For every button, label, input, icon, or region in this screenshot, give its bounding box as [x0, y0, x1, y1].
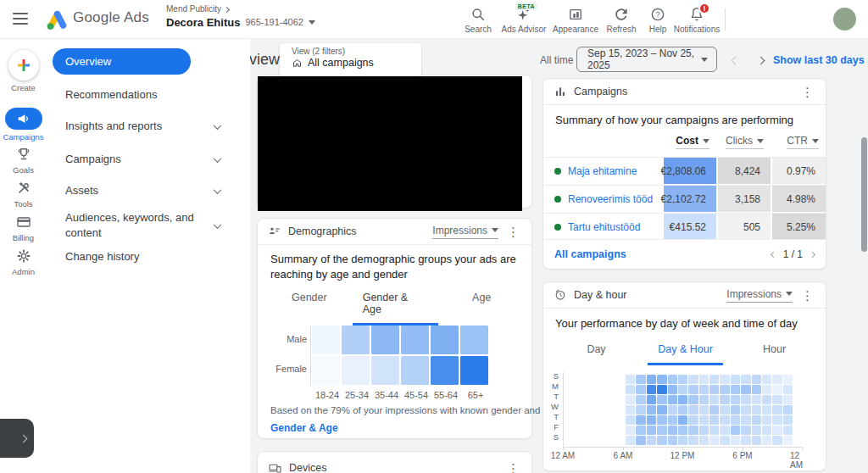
rail-item-tools[interactable]: Tools — [0, 180, 47, 209]
column-header-clicks[interactable]: Clicks — [726, 135, 764, 149]
heatmap-cell — [636, 375, 645, 384]
caret-down-icon — [701, 58, 708, 62]
date-prev-button[interactable] — [726, 51, 744, 70]
campaign-link[interactable]: Maja ehitamine — [568, 165, 637, 177]
ads-advisor-button[interactable]: BETA Ads Advisor — [496, 6, 552, 34]
nav-item-recommendations[interactable]: Recommendations — [53, 86, 232, 103]
tab-day-hour[interactable]: Day & Hour — [641, 338, 730, 365]
heatmap-cell — [752, 385, 761, 394]
rail-item-billing[interactable]: Billing — [0, 214, 47, 242]
card-summary: Your performance by day of week and time… — [555, 316, 816, 331]
nav-item-audiences[interactable]: Audiences, keywords, and content — [53, 210, 232, 241]
heatmap-cell — [668, 415, 677, 425]
heatmap-cell — [668, 395, 677, 404]
column-header-cost[interactable]: Cost — [676, 135, 709, 149]
heatmap-cell — [657, 395, 666, 404]
view-filter-chip[interactable]: View (2 filters) All campaigns — [280, 43, 421, 76]
cost-cell: €2,808.06 — [662, 158, 716, 185]
heatmap-cell — [688, 375, 698, 384]
heatmap-cell — [699, 395, 709, 404]
rail-item-admin[interactable]: Admin — [0, 248, 47, 276]
heatmap-cell — [720, 426, 729, 435]
heatmap-cell — [731, 375, 740, 384]
account-switcher[interactable]: Mend Publicity Decora Ehitus 965-191-406… — [166, 4, 315, 30]
nav-item-change-history[interactable]: Change history — [53, 248, 232, 265]
heatmap-cell — [636, 415, 645, 425]
heatmap-cell — [783, 395, 793, 404]
heatmap-cell — [647, 426, 656, 435]
heatmap-cell — [783, 405, 793, 415]
tools-icon — [15, 180, 32, 197]
heatmap-cell — [741, 385, 750, 394]
page-next-icon[interactable] — [810, 251, 815, 257]
kebab-menu-icon[interactable]: ⋮ — [799, 289, 815, 302]
avatar[interactable] — [833, 8, 856, 31]
rail-item-campaigns[interactable]: Campaigns — [0, 108, 47, 142]
heatmap-cell — [752, 415, 761, 425]
table-row[interactable]: Renoveerimis tööd €2,102.72 3,158 4.98% — [543, 185, 826, 213]
status-dot — [554, 224, 561, 231]
heatmap-cell — [709, 405, 719, 415]
scrollbar-thumb[interactable] — [861, 137, 867, 252]
notifications-button[interactable]: ! Notifications — [669, 6, 725, 34]
account-name: Decora Ehitus — [166, 16, 240, 30]
campaign-link[interactable]: Tartu ehitustööd — [568, 221, 640, 233]
bar-chart-icon — [554, 85, 567, 98]
heatmap-cell — [342, 326, 370, 354]
heatmap-cell — [720, 415, 729, 425]
table-row[interactable]: Tartu ehitustööd €415.52 505 5.25% — [543, 213, 826, 241]
heatmap-cell — [772, 436, 782, 445]
kebab-menu-icon[interactable]: ⋮ — [799, 86, 815, 98]
rail-item-goals[interactable]: Goals — [0, 146, 47, 175]
heatmap-cell — [772, 375, 782, 384]
breadcrumb[interactable]: Mend Publicity — [166, 4, 221, 14]
clicks-cell: 3,158 — [716, 186, 771, 213]
tab-gender-age[interactable]: Gender & Age — [353, 287, 439, 326]
nav-item-assets[interactable]: Assets — [53, 182, 232, 199]
tab-age[interactable]: Age — [438, 287, 525, 326]
all-campaigns-link[interactable]: All campaigns — [554, 248, 626, 260]
table-row[interactable]: Maja ehitamine €2,808.06 8,424 0.97% — [543, 157, 826, 185]
caret-down-icon — [786, 292, 793, 296]
kebab-menu-icon[interactable]: ⋮ — [505, 225, 521, 238]
y-axis-line — [310, 326, 311, 386]
metric-dropdown[interactable]: Impressions — [726, 288, 793, 303]
day-hour-card: Day & hour Impressions ⋮ Your performanc… — [542, 281, 826, 471]
nav-item-campaigns[interactable]: Campaigns — [53, 151, 232, 168]
column-header-ctr[interactable]: CTR — [787, 135, 819, 149]
metric-dropdown[interactable]: Impressions — [432, 225, 498, 239]
chevron-right-icon — [19, 434, 28, 442]
expand-panel-button[interactable] — [0, 419, 34, 458]
heatmap-cell — [460, 326, 488, 354]
campaign-link[interactable]: Renoveerimis tööd — [568, 193, 653, 205]
menu-icon[interactable] — [13, 13, 28, 25]
date-range-picker[interactable]: Sep 15, 2023 – Nov 25, 2025 — [576, 47, 717, 72]
page-prev-icon[interactable] — [771, 251, 776, 257]
nav-item-insights[interactable]: Insights and reports — [53, 118, 232, 135]
tab-day[interactable]: Day — [552, 338, 641, 365]
heatmap-cell — [720, 436, 729, 445]
show-last-30-days-link[interactable]: Show last 30 days — [773, 54, 865, 66]
tab-hour[interactable]: Hour — [730, 338, 819, 365]
kebab-menu-icon[interactable]: ⋮ — [505, 462, 521, 473]
heatmap-cell — [762, 395, 771, 404]
heatmap-cell — [783, 385, 793, 394]
ctr-cell: 0.97% — [771, 158, 826, 185]
heatmap-cell — [678, 415, 687, 425]
heatmap-cell — [731, 395, 740, 404]
nav-item-overview[interactable]: Overview — [53, 48, 191, 75]
heatmap-cell — [460, 356, 488, 385]
caret-down-icon — [309, 20, 315, 25]
heatmap-cell — [657, 426, 666, 435]
create-button[interactable]: Create — [0, 50, 47, 92]
date-next-button[interactable] — [751, 51, 770, 70]
heatmap-cell — [312, 356, 340, 385]
heatmap-cell — [626, 436, 635, 445]
heatmap-cell — [783, 375, 793, 384]
gender-age-link[interactable]: Gender & Age — [270, 422, 338, 434]
tab-gender[interactable]: Gender — [266, 287, 353, 326]
heatmap-cell — [720, 375, 729, 384]
heatmap-cell — [668, 385, 677, 394]
y-axis-line — [563, 372, 564, 447]
search-icon — [470, 6, 487, 23]
